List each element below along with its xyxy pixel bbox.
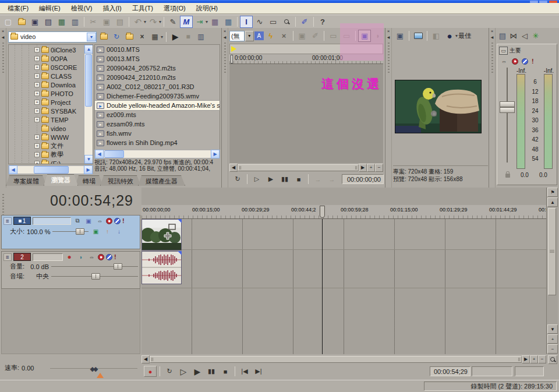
preview-pin-icon[interactable]: ◀ (386, 35, 391, 40)
track2-pan-knob[interactable] (91, 273, 100, 280)
tree-folder-item[interactable]: + SYSBAK (9, 107, 84, 115)
vzoom-out-icon[interactable]: − (547, 344, 558, 354)
file-row[interactable]: ▸ 00010.MTS (95, 45, 220, 54)
expand-icon[interactable]: + (34, 91, 40, 96)
envelope-edit-tool-icon[interactable]: ∿ (253, 16, 266, 28)
trimmer-hscroll-thumb[interactable] (238, 164, 359, 171)
redo-dropdown-icon[interactable]: ▾ (159, 19, 161, 24)
trimmer-preset-dropdown-icon[interactable]: ▾ (245, 31, 254, 41)
track2-name-field[interactable] (33, 253, 63, 261)
trimmer-zoom-out-icon[interactable]: − (375, 164, 383, 172)
file-row[interactable]: ▸ ezsam09.mts (95, 119, 220, 129)
audio-lane[interactable] (141, 251, 546, 288)
trimmer-ruler[interactable]: 0:00:00;00 00:00:01;00 (229, 54, 383, 64)
ignore-grouping-icon[interactable]: ▦ (222, 16, 235, 28)
insert-bus-icon[interactable]: ▤ (497, 30, 508, 42)
hscroll-right-icon[interactable]: ▶ (522, 355, 530, 363)
trimmer-show-video-icon[interactable]: ▣ (358, 30, 371, 42)
expand-icon[interactable]: + (34, 65, 40, 70)
new-folder-button[interactable] (123, 31, 135, 43)
tree-scroll-right-icon[interactable]: ▶ (84, 165, 93, 174)
track2-solo-icon[interactable]: ! (114, 253, 116, 260)
trimmer-hscrollbar[interactable]: ◀ ▶ + − (229, 164, 383, 172)
redo-icon[interactable]: ↷ (147, 16, 160, 28)
vscroll-up-icon[interactable]: ▲ (547, 197, 558, 207)
up-one-level-button[interactable] (98, 31, 109, 43)
pause-button[interactable]: ▮▮ (205, 366, 218, 377)
trimmer-play-icon[interactable]: ▶ (264, 174, 277, 185)
tree-hscrollbar[interactable]: ◀ ▶ (8, 165, 93, 174)
expand-icon[interactable]: + (34, 73, 40, 79)
trimmer-frame1-icon[interactable]: ▭ (327, 30, 339, 42)
vscroll-down-icon[interactable]: ▼ (547, 324, 558, 334)
edit-details-icon[interactable]: ▥ (69, 16, 82, 28)
hzoom-out-icon[interactable]: − (538, 355, 546, 363)
preview-close-icon[interactable]: × (386, 29, 391, 34)
trimmer-save-icon[interactable]: ▣ (296, 30, 309, 42)
snap-toggle-icon[interactable]: M (180, 16, 193, 28)
trimmer-frame2-icon[interactable]: ▭ (340, 30, 353, 42)
file-scroll-right-icon[interactable]: ▶ (211, 150, 220, 158)
trimmer-ab-icon[interactable]: A (254, 31, 264, 40)
record-button[interactable]: ● (144, 366, 157, 377)
tree-scroll-left-icon[interactable]: ◀ (9, 165, 17, 174)
mixer-grip[interactable]: × ◀ (489, 28, 496, 188)
hscroll-left-icon[interactable]: ◀ (141, 355, 150, 363)
auto-ripple-icon[interactable]: ⇥ (193, 16, 206, 28)
lock-envelopes-icon[interactable]: ▦ (208, 16, 221, 28)
audio-track-header[interactable]: ≡ 2 ● ◑ ∙▭∙ ! 音量: 0.0 dB 音場: 中央 (1, 251, 140, 289)
file-row[interactable]: ▸ 00013.MTS (95, 54, 220, 63)
play-from-start-button[interactable]: ▷ (177, 366, 190, 377)
track1-up-icon[interactable]: ↑ (102, 228, 112, 236)
menu-item[interactable]: 選項(O) (158, 3, 191, 14)
mixer-close-icon[interactable]: × (490, 29, 495, 34)
hscroll-thumb[interactable] (150, 356, 522, 363)
cut-icon[interactable]: ✂ (87, 16, 100, 28)
trimmer-loop-icon[interactable]: ↻ (231, 174, 244, 185)
menu-item[interactable]: 說明(H) (191, 3, 223, 14)
trimmer-media-area[interactable] (229, 64, 383, 163)
trimmer-lightning-icon[interactable]: ϟ (264, 30, 277, 42)
track1-camera-icon[interactable]: ▣ (91, 228, 100, 236)
address-dropdown-icon[interactable]: ▾ (87, 33, 96, 41)
trimmer-stop-icon[interactable]: ■ (292, 174, 305, 185)
trimmer-scroll-left-icon[interactable]: ◀ (229, 164, 238, 172)
preview-quality-dropdown-icon[interactable]: ▾ (455, 33, 458, 38)
external-monitor-icon[interactable] (412, 30, 424, 42)
tree-hscroll-thumb[interactable] (34, 166, 69, 174)
track2-phase-icon[interactable]: ◑ (76, 253, 85, 261)
track1-name-field[interactable] (33, 217, 71, 225)
file-row[interactable]: ▸ Dichemer-Feeding2009735.wmv (95, 91, 220, 101)
hzoom-in-icon[interactable]: + (530, 355, 538, 363)
project-properties-icon[interactable]: ▦ (55, 16, 68, 28)
menu-item[interactable]: 編輯(E) (34, 3, 66, 14)
loop-playback-button[interactable]: ↻ (163, 366, 176, 377)
expand-icon[interactable]: + (34, 135, 40, 140)
track2-volume-knob[interactable] (114, 263, 122, 270)
track1-motion-gear-icon[interactable] (106, 218, 112, 224)
trimmer-marker-bar[interactable] (229, 44, 383, 54)
file-row[interactable]: ▸ ez009.mts (95, 110, 220, 119)
whats-this-help-icon[interactable]: ? (316, 16, 329, 28)
paste-icon[interactable]: ▤ (114, 16, 126, 28)
tree-folder-item[interactable]: + 0SCORE (9, 63, 84, 72)
track1-compositing-icon[interactable]: ⧉ (73, 217, 82, 225)
tree-folder-item[interactable]: + video (9, 124, 84, 133)
copy-snapshot-icon[interactable]: ▣ (394, 30, 406, 42)
menu-item[interactable]: 工具(T) (127, 3, 158, 14)
playhead-handle[interactable] (320, 206, 325, 218)
video-event-clip[interactable] (141, 219, 182, 250)
master-mute-icon[interactable] (522, 58, 528, 65)
video-track-header[interactable]: ≡ 1 ⧉ ▣ ∙▭∙ ! 大小: 100.0 % ▣ ↑ ↓ (1, 215, 140, 249)
trimmer-pin-icon[interactable]: ◀ (222, 35, 228, 40)
views-button[interactable]: ▦ (149, 31, 161, 43)
dock-tab[interactable]: 媒體產生器 (138, 175, 185, 186)
vscroll-thumb[interactable] (548, 208, 556, 295)
file-row[interactable]: ▸ 20090424_205752.m2ts (95, 63, 220, 73)
tree-folder-item[interactable]: + WWW (9, 133, 84, 142)
tree-folder-item[interactable]: + TEMP (9, 115, 84, 124)
track1-down-icon[interactable]: ↓ (114, 228, 123, 236)
master-plugin-icon[interactable]: ✳ (530, 30, 541, 42)
timeline-vscrollbar[interactable]: ⚑ ▲ ▼ + − (546, 188, 558, 354)
vzoom-in-icon[interactable]: + (547, 334, 558, 344)
